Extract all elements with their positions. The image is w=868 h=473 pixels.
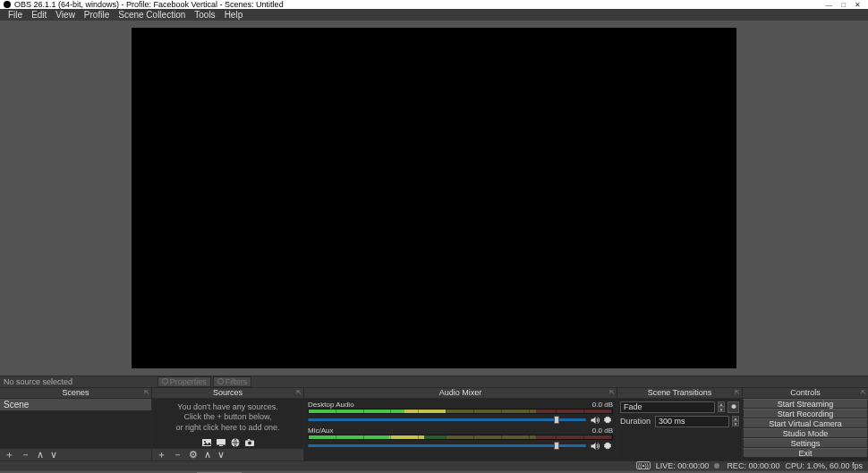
menu-profile[interactable]: Profile (80, 10, 114, 20)
cpu-status: CPU: 1.0%, 60.00 fps (785, 461, 863, 470)
rec-indicator (714, 463, 719, 469)
broadcast-icon: ((•)) (636, 461, 651, 469)
speaker-icon[interactable] (590, 441, 600, 452)
popout-icon[interactable]: ⇱ (735, 389, 740, 396)
menu-tools[interactable]: Tools (190, 10, 219, 20)
duration-label: Duration (620, 417, 652, 426)
speaker-icon[interactable] (590, 415, 600, 426)
channel-name: Desktop Audio (308, 401, 354, 409)
sources-empty-2: Click the + button below, (159, 412, 296, 423)
mixer-body: Desktop Audio 0.0 dB Mic/Aux 0.0 dB (304, 399, 617, 460)
scenes-header[interactable]: Scenes ⇱ (0, 388, 151, 399)
exit-button[interactable]: Exit (743, 448, 868, 458)
transition-select[interactable]: Fade (620, 401, 715, 413)
preview-canvas[interactable] (132, 28, 736, 368)
sources-header[interactable]: Sources ⇱ (152, 388, 303, 399)
audio-mixer-dock: Audio Mixer ⇱ Desktop Audio 0.0 dB (304, 388, 617, 460)
globe-icon (229, 437, 242, 448)
channel-level: 0.0 dB (592, 401, 613, 409)
rec-time: 00:00:00 (748, 461, 779, 470)
add-scene-button[interactable]: ＋ (3, 448, 16, 461)
settings-button[interactable]: Settings (743, 438, 868, 448)
gear-icon (730, 403, 737, 410)
menu-help[interactable]: Help (220, 10, 248, 20)
properties-button[interactable]: Properties (157, 376, 211, 387)
sources-empty-1: You don't have any sources. (159, 402, 296, 413)
svg-marker-11 (591, 443, 596, 450)
scene-item[interactable]: Scene (0, 399, 151, 410)
svg-rect-4 (219, 445, 223, 446)
remove-source-button[interactable]: － (171, 448, 184, 461)
maximize-button[interactable]: □ (841, 1, 846, 9)
live-time: 00:00:00 (677, 461, 709, 470)
transitions-body: Fade ▲ ▼ Duration 300 ms ▲ ▼ (617, 399, 742, 460)
gear-icon (162, 378, 168, 384)
window-title: OBS 26.1.1 (64-bit, windows) - Profile: … (14, 0, 825, 9)
duration-down[interactable]: ▼ (732, 421, 739, 427)
transitions-header[interactable]: Scene Transitions ⇱ (617, 388, 742, 399)
controls-header[interactable]: Controls ⇱ (743, 388, 868, 399)
mixer-channel-desktop-audio: Desktop Audio 0.0 dB (308, 401, 613, 426)
popout-icon[interactable]: ⇱ (861, 389, 866, 396)
menu-scene-collection[interactable]: Scene Collection (114, 10, 190, 20)
transition-down[interactable]: ▼ (718, 407, 725, 412)
volume-slider[interactable] (308, 444, 586, 447)
filter-icon (217, 378, 224, 384)
sources-empty-3: or right click here to add one. (159, 423, 296, 434)
status-bar: ((•)) LIVE: 00:00:00 REC: 00:00:00 CPU: … (0, 460, 868, 470)
sources-list[interactable]: You don't have any sources. Click the + … (152, 399, 303, 448)
transitions-dock: Scene Transitions ⇱ Fade ▲ ▼ Duration 30… (617, 388, 743, 460)
scenes-list[interactable]: Scene (0, 399, 151, 448)
duration-input[interactable]: 300 ms (655, 416, 729, 427)
live-label: LIVE: (656, 461, 676, 470)
popout-icon[interactable]: ⇱ (144, 389, 149, 396)
controls-dock: Controls ⇱ Start Streaming Start Recordi… (743, 388, 868, 460)
sources-dock: Sources ⇱ You don't have any sources. Cl… (152, 388, 304, 460)
docks-row: Scenes ⇱ Scene ＋ － ∧ ∨ Sources ⇱ You don… (0, 388, 868, 460)
app-icon (4, 1, 11, 8)
titlebar: OBS 26.1.1 (64-bit, windows) - Profile: … (0, 0, 868, 9)
source-up-button[interactable]: ∧ (202, 449, 213, 460)
popout-icon[interactable]: ⇱ (296, 389, 302, 396)
display-icon (215, 437, 227, 448)
source-settings-button[interactable]: ⚙ (187, 449, 200, 460)
gear-icon[interactable] (602, 441, 613, 452)
scene-up-button[interactable]: ∧ (35, 449, 46, 460)
volume-slider[interactable] (308, 418, 586, 421)
scene-down-button[interactable]: ∨ (48, 449, 59, 460)
start-recording-button[interactable]: Start Recording (743, 409, 868, 418)
scenes-dock: Scenes ⇱ Scene ＋ － ∧ ∨ (0, 388, 152, 460)
menu-file[interactable]: File (4, 10, 27, 20)
mixer-header[interactable]: Audio Mixer ⇱ (304, 388, 617, 399)
remove-scene-button[interactable]: － (19, 448, 32, 461)
source-toolbar: No source selected Properties Filters (0, 376, 868, 388)
menubar: File Edit View Profile Scene Collection … (0, 9, 868, 21)
svg-point-1 (204, 441, 206, 443)
svg-rect-3 (217, 439, 226, 445)
start-virtual-camera-button[interactable]: Start Virtual Camera (743, 418, 868, 428)
mixer-channel-mic-aux: Mic/Aux 0.0 dB (308, 427, 613, 452)
add-source-button[interactable]: ＋ (155, 448, 168, 461)
menu-edit[interactable]: Edit (27, 10, 51, 20)
no-source-label: No source selected (4, 377, 72, 386)
menu-view[interactable]: View (51, 10, 80, 20)
svg-rect-8 (248, 439, 251, 441)
gear-icon[interactable] (602, 415, 613, 426)
source-down-button[interactable]: ∨ (216, 449, 226, 460)
channel-name: Mic/Aux (308, 427, 333, 435)
minimize-button[interactable]: — (825, 1, 832, 9)
studio-mode-button[interactable]: Studio Mode (743, 428, 868, 438)
controls-body: Start Streaming Start Recording Start Vi… (743, 399, 868, 460)
preview-area (0, 21, 868, 376)
transition-settings-button[interactable] (728, 401, 739, 413)
filters-button[interactable]: Filters (213, 376, 252, 387)
start-streaming-button[interactable]: Start Streaming (743, 399, 868, 409)
image-icon (200, 437, 213, 448)
svg-point-7 (248, 441, 251, 444)
close-button[interactable]: ✕ (855, 1, 861, 9)
rec-label: REC: (727, 461, 746, 470)
resize-strip[interactable] (0, 470, 868, 473)
audio-meter (308, 435, 613, 440)
popout-icon[interactable]: ⇱ (609, 389, 615, 396)
svg-marker-9 (591, 417, 596, 424)
